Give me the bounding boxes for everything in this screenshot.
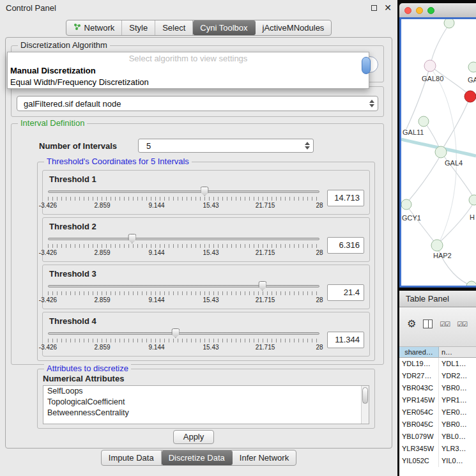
threshold-label: Threshold 2 [49, 222, 364, 231]
list-item[interactable]: BetweennessCentrality [43, 408, 369, 418]
network-node[interactable] [469, 195, 476, 205]
top-tab-bar: Network Style Select Cyni Toolbox jActiv… [0, 20, 397, 36]
dropdown-placeholder: Select algorithm to view settings [8, 52, 369, 65]
apply-button[interactable]: Apply [173, 430, 214, 444]
tab-cyni-toolbox[interactable]: Cyni Toolbox [193, 20, 255, 35]
threshold-4-value-field[interactable]: 11.344 [327, 332, 364, 348]
cell[interactable]: YBL0… [439, 431, 476, 443]
network-node[interactable] [431, 240, 443, 251]
table-row[interactable]: YBR043CYBR0… [399, 382, 476, 394]
table-row[interactable]: YIL052CYIL0… [399, 455, 476, 467]
threshold-4-slider[interactable] [48, 328, 319, 338]
window-close-button[interactable] [404, 7, 411, 14]
cell[interactable]: YPR1… [439, 394, 476, 406]
select-columns-icon[interactable]: ☑☑ [440, 321, 450, 328]
combo-stepper-icon[interactable] [366, 100, 378, 107]
slider-thumb[interactable] [171, 328, 180, 338]
spinner-stepper-icon[interactable] [302, 142, 313, 150]
network-node[interactable] [424, 60, 436, 72]
column-header-shared-name[interactable]: shared… [399, 347, 439, 358]
scale-label: -3.426 [39, 296, 57, 303]
thresholds-group: Threshold's Coordinates for 5 Intervals … [37, 162, 375, 361]
scale-label: 9.144 [148, 249, 164, 256]
network-canvas[interactable]: GAL80 GA GAL11 GAL4 GCY1 HAP2 H [401, 19, 476, 286]
slider-thumb[interactable] [258, 281, 266, 291]
list-scrollbar[interactable] [361, 386, 369, 424]
tab-jactivemnodules[interactable]: jActiveMNodules [256, 20, 332, 35]
tab-select[interactable]: Select [155, 20, 193, 35]
threshold-3-value-field[interactable]: 21.4 [327, 284, 364, 301]
tab-impute-data[interactable]: Impute Data [102, 450, 162, 465]
network-node[interactable] [435, 146, 447, 158]
network-node[interactable] [468, 62, 476, 72]
slider-groove[interactable] [48, 190, 319, 193]
combo-scroll-stepper[interactable] [362, 57, 371, 74]
group-title: Threshold's Coordinates for 5 Intervals [44, 157, 192, 166]
cell[interactable]: YER0… [439, 406, 476, 418]
cell[interactable]: YDL19… [399, 358, 439, 370]
slider-groove[interactable] [48, 285, 319, 288]
select-all-columns-icon[interactable]: ☑☑ [457, 321, 467, 328]
scale-label: 2.859 [94, 202, 110, 209]
tab-infer-network[interactable]: Infer Network [233, 450, 296, 465]
network-node[interactable] [444, 19, 454, 28]
table-row[interactable]: YBR045CYBR0… [399, 418, 476, 431]
network-node[interactable] [401, 199, 411, 210]
number-of-intervals-spinner[interactable]: 5 [138, 139, 314, 153]
column-header-name[interactable]: n… [439, 347, 476, 358]
window-title: Control Panel [6, 3, 56, 13]
slider-groove[interactable] [48, 332, 319, 335]
table-row[interactable]: YLR345WYLR3… [399, 443, 476, 455]
network-node[interactable] [418, 116, 429, 127]
threshold-label: Threshold 1 [49, 174, 364, 184]
gear-icon[interactable]: ⚙ [407, 319, 416, 329]
table-data-combo[interactable]: galFiltered.sif default node [17, 96, 378, 111]
cell[interactable]: YBL079W [399, 431, 439, 443]
cell[interactable]: YBR045C [399, 418, 439, 431]
table-row[interactable]: YDL19…YDL1… [399, 358, 476, 370]
close-icon[interactable]: ✕ [384, 3, 392, 12]
tab-network[interactable]: Network [66, 20, 123, 35]
cell[interactable]: YIL0… [439, 455, 476, 467]
cell[interactable]: YLR3… [439, 443, 476, 455]
cell[interactable]: YDL1… [439, 358, 476, 370]
threshold-1-value-field[interactable]: 14.713 [327, 190, 364, 206]
threshold-2-slider[interactable] [48, 233, 319, 243]
cell[interactable]: YBR043C [399, 382, 439, 394]
list-item[interactable]: SelfLoops [43, 386, 369, 397]
dropdown-item-equal-width-frequency[interactable]: Equal Width/Frequency Discretization [8, 77, 369, 88]
slider-thumb[interactable] [128, 234, 136, 243]
list-item[interactable]: TopologicalCoefficient [43, 397, 369, 408]
cell[interactable]: YPR145W [399, 394, 439, 406]
slider-ticks [48, 291, 319, 295]
threshold-1-slider[interactable] [48, 186, 319, 196]
cell[interactable]: YBR0… [439, 418, 476, 431]
network-node-selected[interactable] [464, 91, 476, 102]
table-row[interactable]: YBL079WYBL0… [399, 431, 476, 443]
dropdown-item-manual-discretization[interactable]: Manual Discretization [8, 65, 369, 77]
float-window-icon[interactable] [371, 5, 377, 11]
scale-label: 9.144 [148, 344, 164, 351]
table-row[interactable]: YPR145WYPR1… [399, 394, 476, 406]
cell[interactable]: YLR345W [399, 443, 439, 455]
cell[interactable]: YER054C [399, 406, 439, 418]
column-manager-icon[interactable] [423, 319, 433, 328]
numerical-attributes-list[interactable]: SelfLoops TopologicalCoefficient Between… [43, 385, 369, 424]
threshold-2-value-field[interactable]: 6.316 [327, 237, 364, 254]
table-row[interactable]: YER054CYER0… [399, 406, 476, 418]
slider-thumb[interactable] [201, 187, 209, 196]
slider-groove[interactable] [48, 238, 319, 240]
network-node[interactable] [466, 281, 476, 286]
cell[interactable]: YDR2… [439, 370, 476, 382]
node-table[interactable]: shared… n… YDL19…YDL1… YDR27…YDR2… YBR04… [399, 347, 476, 476]
threshold-3-slider[interactable] [48, 280, 319, 291]
cell[interactable]: YDR27… [399, 370, 439, 382]
window-minimize-button[interactable] [416, 7, 423, 14]
table-row[interactable]: YDR27…YDR2… [399, 370, 476, 382]
cell[interactable]: YBR0… [439, 382, 476, 394]
window-zoom-button[interactable] [427, 7, 434, 14]
scrollbar-thumb[interactable] [362, 387, 368, 404]
cell[interactable]: YIL052C [399, 455, 439, 467]
tab-discretize-data[interactable]: Discretize Data [162, 450, 233, 465]
tab-style[interactable]: Style [122, 20, 155, 35]
